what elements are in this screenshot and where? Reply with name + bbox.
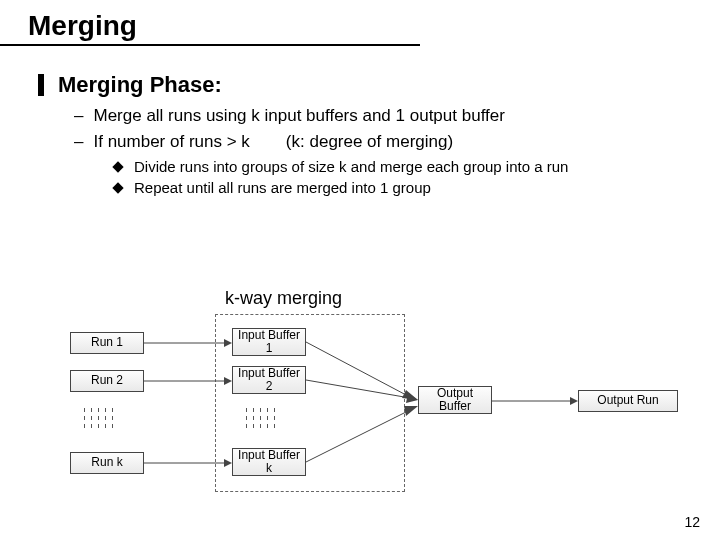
box-output-run: Output Run <box>578 390 678 412</box>
bullet-if-runs: If number of runs > k(k: degree of mergi… <box>93 132 453 152</box>
arrow-icon <box>144 456 232 470</box>
box-run1: Run 1 <box>70 332 144 354</box>
kway-label: k-way merging <box>225 288 342 309</box>
svg-line-10 <box>306 410 410 462</box>
box-ibk: Input Buffer k <box>232 448 306 476</box>
svg-marker-13 <box>570 397 578 405</box>
svg-marker-11 <box>404 406 418 416</box>
vdots-icon <box>260 406 261 430</box>
svg-marker-3 <box>224 377 232 385</box>
title-underline <box>0 44 420 46</box>
diagram: Run 1 Run 2 Run k Input Buffer 1 Input B… <box>30 312 690 497</box>
arrow-icon <box>144 374 232 388</box>
vdots-icon <box>105 406 106 430</box>
svg-line-8 <box>306 380 410 398</box>
box-ib2: Input Buffer 2 <box>232 366 306 394</box>
vdots-icon <box>274 406 275 430</box>
box-output-buffer: Output Buffer <box>418 386 492 414</box>
arrow-icon <box>306 372 418 408</box>
dash-icon: – <box>74 106 83 126</box>
slide-title: Merging <box>28 10 692 42</box>
vdots-icon <box>91 406 92 430</box>
box-run2: Run 2 <box>70 370 144 392</box>
svg-marker-1 <box>224 339 232 347</box>
subbullet-divide: Divide runs into groups of size k and me… <box>134 158 568 175</box>
diamond-icon <box>112 161 123 172</box>
svg-marker-5 <box>224 459 232 467</box>
arrow-icon <box>492 394 578 408</box>
diamond-icon <box>112 182 123 193</box>
bullet-merge-all: Merge all runs using k input buffers and… <box>93 106 504 126</box>
vdots-icon <box>84 406 85 430</box>
page-number: 12 <box>684 514 700 530</box>
arrow-icon <box>144 336 232 350</box>
dash-icon: – <box>74 132 83 152</box>
l1-text: Merging Phase: <box>58 72 222 98</box>
l1-bullet-icon <box>38 74 44 96</box>
svg-marker-9 <box>406 393 418 403</box>
vdots-icon <box>267 406 268 430</box>
box-ib1: Input Buffer 1 <box>232 328 306 356</box>
vdots-icon <box>112 406 113 430</box>
vdots-icon <box>246 406 247 430</box>
vdots-icon <box>98 406 99 430</box>
arrow-icon <box>306 404 418 468</box>
vdots-icon <box>253 406 254 430</box>
subbullet-repeat: Repeat until all runs are merged into 1 … <box>134 179 431 196</box>
box-runk: Run k <box>70 452 144 474</box>
